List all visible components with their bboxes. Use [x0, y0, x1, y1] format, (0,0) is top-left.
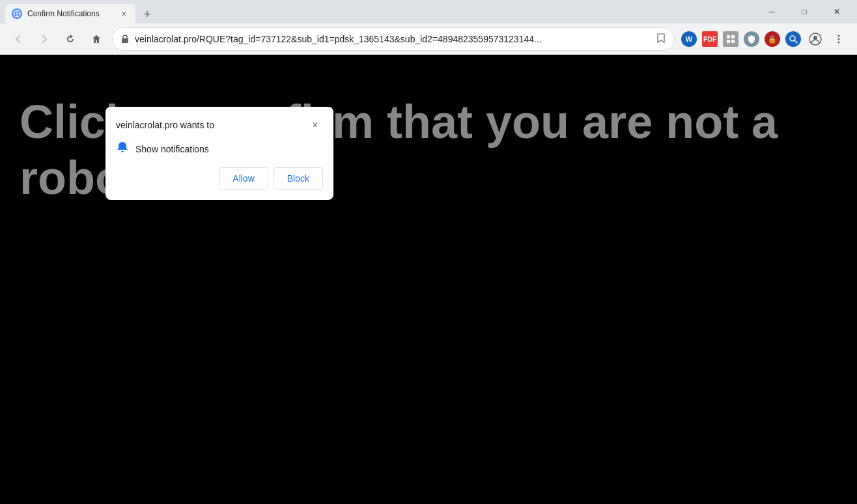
active-tab[interactable]: Confirm Notifications ×	[5, 4, 135, 23]
svg-rect-6	[727, 40, 730, 43]
svg-line-9	[794, 40, 797, 43]
close-button[interactable]: ✕	[822, 0, 852, 23]
bookmark-icon[interactable]	[656, 33, 666, 46]
svg-point-13	[838, 38, 840, 40]
toolbar-icons: W PDF 🔒	[680, 29, 849, 49]
svg-point-11	[813, 36, 817, 40]
tab-favicon	[12, 8, 22, 19]
svg-rect-3	[122, 38, 128, 43]
ext-icon-shield[interactable]	[744, 31, 759, 47]
notification-dialog: veinlacrolat.pro wants to × Show notific…	[105, 107, 333, 200]
maximize-button[interactable]: □	[789, 0, 819, 23]
dialog-title: veinlacrolat.pro wants to	[116, 120, 214, 130]
home-button[interactable]	[86, 29, 107, 49]
allow-button[interactable]: Allow	[219, 167, 268, 189]
refresh-button[interactable]	[60, 29, 81, 49]
ext-icon-gray[interactable]	[723, 31, 738, 47]
address-bar[interactable]: veinlacrolat.pro/RQUE?tag_id=737122&sub_…	[112, 27, 675, 51]
title-bar: Confirm Notifications × + ─ □ ✕	[0, 0, 857, 23]
bell-icon	[116, 141, 129, 157]
dialog-actions: Allow Block	[105, 167, 333, 200]
window-controls: ─ □ ✕	[757, 0, 852, 23]
page-content: Click to confirm that you are not a robo…	[0, 55, 857, 504]
back-button[interactable]	[8, 29, 29, 49]
browser-window: Confirm Notifications × + ─ □ ✕ ve	[0, 0, 857, 504]
notification-label: Show notifications	[135, 144, 209, 154]
minimize-button[interactable]: ─	[757, 0, 787, 23]
svg-rect-4	[727, 35, 730, 38]
dialog-header: veinlacrolat.pro wants to ×	[105, 107, 333, 138]
svg-rect-5	[731, 35, 735, 38]
svg-rect-7	[731, 40, 735, 43]
dialog-body: Show notifications	[105, 138, 333, 167]
svg-point-14	[838, 42, 840, 44]
nav-bar: veinlacrolat.pro/RQUE?tag_id=737122&sub_…	[0, 23, 857, 55]
menu-button[interactable]	[828, 29, 849, 49]
address-text: veinlacrolat.pro/RQUE?tag_id=737122&sub_…	[135, 34, 651, 44]
new-tab-button[interactable]: +	[138, 5, 156, 23]
dialog-close-button[interactable]: ×	[307, 117, 323, 133]
tab-bar: Confirm Notifications × +	[5, 0, 752, 23]
block-button[interactable]: Block	[274, 167, 323, 189]
ext-icon-pdf[interactable]: PDF	[702, 31, 718, 47]
ext-icon-search[interactable]	[785, 31, 801, 47]
ext-icon-blue[interactable]: W	[681, 31, 697, 47]
forward-button[interactable]	[34, 29, 55, 49]
tab-close-button[interactable]: ×	[117, 7, 130, 20]
ext-icon-red[interactable]: 🔒	[765, 31, 780, 47]
tab-title: Confirm Notifications	[27, 9, 112, 18]
lock-icon	[120, 34, 130, 45]
profile-icon[interactable]	[805, 29, 826, 49]
svg-point-12	[838, 35, 840, 37]
